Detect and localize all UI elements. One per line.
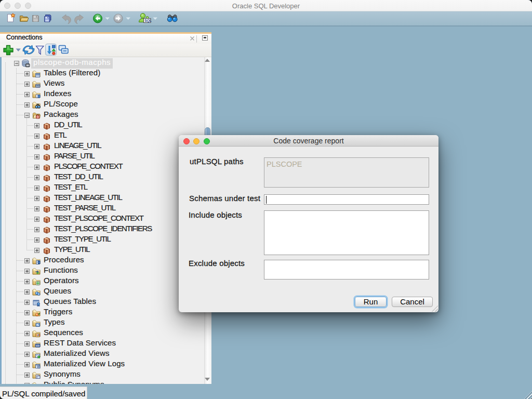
svg-text:SQL: SQL [144, 19, 151, 23]
